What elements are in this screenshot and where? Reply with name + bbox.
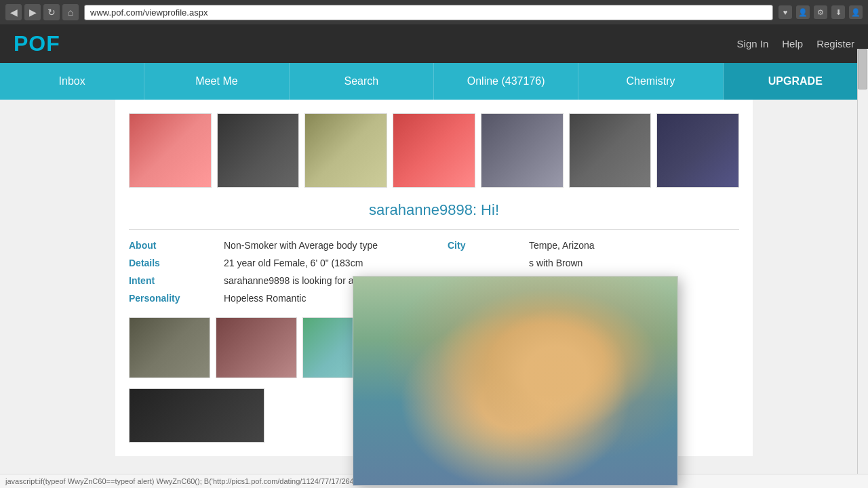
chemistry-nav[interactable]: Chemistry bbox=[578, 63, 723, 100]
url-bar[interactable]: www.pof.com/viewprofile.aspx bbox=[84, 5, 773, 20]
home-button[interactable]: ⌂ bbox=[62, 4, 79, 20]
refresh-button[interactable]: ↻ bbox=[43, 4, 60, 20]
download-icon[interactable]: ⬇ bbox=[831, 5, 845, 19]
profile-photo-2[interactable] bbox=[217, 113, 300, 188]
profile-photo-6[interactable] bbox=[569, 113, 652, 188]
about-value: Non-Smoker with Average body type bbox=[224, 240, 434, 251]
forward-button[interactable]: ▶ bbox=[24, 4, 41, 20]
addon-icon1[interactable]: 👤 bbox=[796, 5, 810, 19]
bookmark-icon[interactable]: ♥ bbox=[778, 5, 792, 19]
photo-overlay-popup[interactable] bbox=[353, 276, 678, 486]
browser-chrome: ◀ ▶ ↻ ⌂ www.pof.com/viewprofile.aspx ♥ 👤… bbox=[0, 0, 868, 24]
details-label2 bbox=[448, 258, 515, 268]
nav-buttons: ◀ ▶ ↻ ⌂ bbox=[5, 4, 79, 20]
site-logo[interactable]: POF bbox=[14, 31, 60, 56]
browser-icons: ♥ 👤 ⚙ ⬇ 👤 bbox=[778, 5, 863, 19]
addon-icon2[interactable]: ⚙ bbox=[814, 5, 827, 19]
profile-photo-3[interactable] bbox=[304, 113, 387, 188]
main-nav: Inbox Meet Me Search Online (437176) Che… bbox=[0, 63, 868, 100]
profile-photo-7[interactable] bbox=[656, 113, 739, 188]
details-value: 21 year old Female, 6' 0" (183cm bbox=[224, 258, 434, 268]
url-text: www.pof.com/viewprofile.aspx bbox=[90, 7, 208, 18]
help-link[interactable]: Help bbox=[782, 38, 803, 49]
intent-label: Intent bbox=[129, 275, 210, 286]
meet-me-nav[interactable]: Meet Me bbox=[144, 63, 289, 100]
profile-title: sarahanne9898: Hi! bbox=[129, 201, 739, 219]
about-label: About bbox=[129, 240, 210, 251]
scrollbar-track[interactable] bbox=[857, 49, 868, 474]
scrollbar-thumb[interactable] bbox=[858, 49, 867, 89]
register-link[interactable]: Register bbox=[816, 38, 854, 49]
selfie-face-area bbox=[483, 308, 629, 443]
selfie-background bbox=[353, 277, 677, 485]
photo-strip bbox=[129, 113, 739, 188]
online-nav[interactable]: Online (437176) bbox=[434, 63, 578, 100]
user-icon[interactable]: 👤 bbox=[849, 5, 863, 19]
section-divider bbox=[129, 229, 739, 230]
profile-photo-4[interactable] bbox=[393, 113, 475, 188]
bottom-thumb[interactable] bbox=[129, 388, 264, 443]
profile-photo-5[interactable] bbox=[481, 113, 564, 188]
thumb-1[interactable] bbox=[129, 317, 210, 378]
upgrade-nav[interactable]: UPGRADE bbox=[724, 63, 868, 100]
overlay-image bbox=[353, 277, 677, 485]
profile-photo-1[interactable] bbox=[129, 113, 212, 188]
inbox-nav[interactable]: Inbox bbox=[0, 63, 144, 100]
details-suffix: s with Brown bbox=[529, 258, 739, 268]
header-nav: Sign In Help Register bbox=[737, 38, 854, 49]
back-button[interactable]: ◀ bbox=[5, 4, 22, 20]
city-label: City bbox=[448, 240, 515, 251]
details-label: Details bbox=[129, 258, 210, 268]
main-content: sarahanne9898: Hi! About Non-Smoker with… bbox=[115, 100, 753, 456]
personality-label: Personality bbox=[129, 293, 210, 304]
site-header: POF Sign In Help Register bbox=[0, 24, 868, 63]
city-value: Tempe, Arizona bbox=[529, 240, 739, 251]
sign-in-link[interactable]: Sign In bbox=[737, 38, 769, 49]
thumb-2[interactable] bbox=[216, 317, 297, 378]
search-nav[interactable]: Search bbox=[290, 63, 434, 100]
